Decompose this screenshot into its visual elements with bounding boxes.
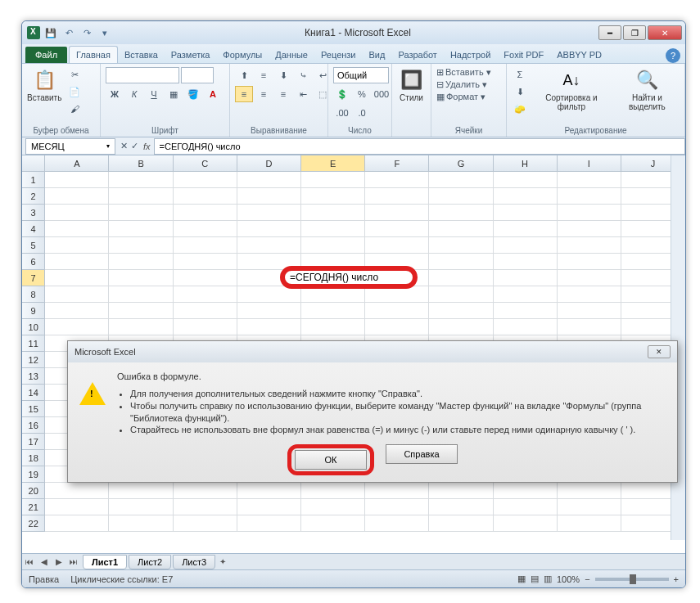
cell[interactable] bbox=[558, 319, 621, 335]
cell[interactable] bbox=[494, 483, 558, 499]
cell[interactable] bbox=[301, 237, 365, 254]
row-header-19[interactable]: 19 bbox=[22, 466, 45, 483]
help-icon[interactable]: ? bbox=[666, 48, 680, 63]
insert-cells-button[interactable]: ⊞ Вставить ▾ bbox=[436, 67, 491, 78]
cell[interactable] bbox=[558, 270, 621, 286]
cell[interactable] bbox=[45, 205, 109, 221]
tab-insert[interactable]: Вставка bbox=[118, 47, 165, 63]
cell[interactable] bbox=[237, 483, 301, 499]
cell[interactable] bbox=[494, 205, 558, 221]
cell[interactable] bbox=[301, 515, 365, 532]
row-header-8[interactable]: 8 bbox=[22, 286, 45, 303]
font-color-icon[interactable]: A bbox=[204, 86, 222, 102]
align-bottom-icon[interactable]: ⬇ bbox=[274, 67, 292, 83]
font-name-input[interactable] bbox=[106, 67, 179, 83]
tab-formulas[interactable]: Формулы bbox=[216, 47, 269, 63]
cell[interactable] bbox=[45, 237, 109, 254]
cell[interactable] bbox=[494, 188, 558, 205]
row-header-13[interactable]: 13 bbox=[22, 368, 45, 385]
bold-button[interactable]: Ж bbox=[106, 86, 124, 102]
col-header-G[interactable]: G bbox=[429, 155, 493, 171]
cell[interactable] bbox=[109, 188, 173, 205]
cell[interactable] bbox=[558, 515, 621, 532]
cell[interactable] bbox=[494, 172, 558, 188]
cell[interactable] bbox=[429, 237, 493, 254]
row-header-20[interactable]: 20 bbox=[22, 483, 45, 499]
cell[interactable] bbox=[301, 188, 365, 205]
delete-cells-button[interactable]: ⊟ Удалить ▾ bbox=[436, 79, 487, 90]
cell[interactable] bbox=[558, 286, 621, 303]
row-header-14[interactable]: 14 bbox=[22, 385, 45, 401]
cell[interactable] bbox=[558, 188, 621, 205]
sheet-nav-first[interactable]: ⏮ bbox=[22, 555, 37, 569]
qat-more-icon[interactable]: ▾ bbox=[97, 25, 112, 40]
tab-foxit[interactable]: Foxit PDF bbox=[497, 47, 550, 63]
col-header-B[interactable]: B bbox=[109, 155, 173, 171]
align-top-icon[interactable]: ⬆ bbox=[235, 67, 253, 83]
new-sheet-icon[interactable]: ✦ bbox=[215, 555, 230, 569]
row-header-15[interactable]: 15 bbox=[22, 401, 45, 417]
cell[interactable] bbox=[237, 303, 301, 319]
cell[interactable] bbox=[237, 221, 301, 237]
name-box[interactable]: МЕСЯЦ▾ bbox=[25, 138, 115, 155]
cell[interactable] bbox=[301, 483, 365, 499]
cell[interactable] bbox=[429, 254, 493, 270]
cell[interactable] bbox=[494, 254, 558, 270]
italic-button[interactable]: К bbox=[125, 86, 143, 102]
row-header-18[interactable]: 18 bbox=[22, 450, 45, 466]
help-button[interactable]: Справка bbox=[386, 444, 458, 464]
cell[interactable] bbox=[558, 205, 621, 221]
cell[interactable] bbox=[45, 270, 109, 286]
cell[interactable] bbox=[365, 303, 429, 319]
row-header-12[interactable]: 12 bbox=[22, 352, 45, 368]
cell[interactable] bbox=[45, 499, 109, 515]
cell[interactable] bbox=[109, 270, 173, 286]
cell[interactable] bbox=[301, 319, 365, 335]
cell[interactable] bbox=[494, 221, 558, 237]
maximize-button[interactable]: ❐ bbox=[623, 25, 646, 40]
cell[interactable] bbox=[494, 319, 558, 335]
zoom-out-button[interactable]: − bbox=[585, 574, 589, 584]
cell[interactable] bbox=[558, 483, 621, 499]
cell[interactable] bbox=[45, 286, 109, 303]
cell[interactable] bbox=[174, 221, 237, 237]
cell[interactable] bbox=[301, 499, 365, 515]
tab-data[interactable]: Данные bbox=[269, 47, 314, 63]
dialog-close-button[interactable]: ✕ bbox=[648, 345, 671, 358]
cell[interactable] bbox=[301, 172, 365, 188]
sheet-nav-last[interactable]: ⏭ bbox=[66, 555, 81, 569]
file-tab[interactable]: Файл bbox=[25, 47, 67, 63]
cell[interactable] bbox=[429, 499, 493, 515]
row-header-3[interactable]: 3 bbox=[22, 205, 45, 221]
row-header-1[interactable]: 1 bbox=[22, 172, 45, 188]
row-header-22[interactable]: 22 bbox=[22, 515, 45, 532]
cell[interactable] bbox=[365, 515, 429, 532]
cut-icon[interactable]: ✂ bbox=[66, 67, 83, 82]
cell[interactable] bbox=[494, 270, 558, 286]
row-header-6[interactable]: 6 bbox=[22, 254, 45, 270]
fill-color-icon[interactable]: 🪣 bbox=[184, 86, 202, 102]
cell[interactable] bbox=[429, 319, 493, 335]
cell[interactable] bbox=[109, 286, 173, 303]
cell[interactable] bbox=[429, 286, 493, 303]
format-cells-button[interactable]: ▦ Формат ▾ bbox=[436, 92, 485, 102]
view-layout-icon[interactable]: ▤ bbox=[531, 574, 539, 584]
view-normal-icon[interactable]: ▦ bbox=[517, 574, 526, 584]
cell[interactable] bbox=[237, 515, 301, 532]
row-header-16[interactable]: 16 bbox=[22, 417, 45, 434]
fill-icon[interactable]: ⬇ bbox=[512, 84, 528, 99]
cell[interactable] bbox=[494, 303, 558, 319]
cell[interactable] bbox=[109, 205, 173, 221]
col-header-E[interactable]: E bbox=[301, 155, 365, 171]
zoom-level[interactable]: 100% bbox=[557, 574, 580, 584]
cell[interactable] bbox=[494, 499, 558, 515]
cell[interactable] bbox=[109, 483, 173, 499]
sort-filter-button[interactable]: A↓ Сортировка и фильтр bbox=[533, 67, 610, 111]
percent-icon[interactable]: % bbox=[353, 86, 371, 102]
cell[interactable] bbox=[365, 499, 429, 515]
align-left-icon[interactable]: ≡ bbox=[235, 86, 253, 102]
cell[interactable] bbox=[429, 270, 493, 286]
sheet-tab-3[interactable]: Лист3 bbox=[173, 555, 215, 569]
indent-dec-icon[interactable]: ⇤ bbox=[294, 86, 312, 102]
tab-review[interactable]: Рецензи bbox=[314, 47, 363, 63]
